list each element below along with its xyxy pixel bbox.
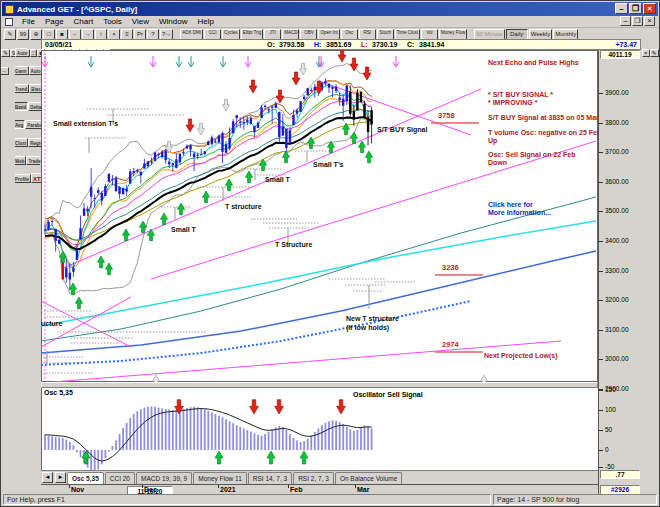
tab-osc-5-35[interactable]: Osc 5,35 <box>67 472 104 484</box>
osc-bar <box>115 440 117 450</box>
toolbar-rsi[interactable]: RSI <box>359 29 376 40</box>
low-value: 3730.19 <box>372 41 397 48</box>
period-monthly[interactable]: Monthly <box>553 29 578 40</box>
menu-view[interactable]: View <box>127 16 154 28</box>
pin-icon[interactable]: ✎ <box>4 29 16 40</box>
lock-page-icon[interactable]: ■ <box>56 29 68 40</box>
osc-bar <box>140 409 142 450</box>
pointer-tool-icon[interactable]: × <box>642 49 650 57</box>
period-weekly[interactable]: Weekly <box>529 29 553 40</box>
delete-page-icon[interactable]: × <box>108 29 120 40</box>
osc-bar <box>197 407 199 450</box>
study-auto-gann[interactable]: Auto Gann <box>15 48 29 75</box>
tab-rsi-2-7-3[interactable]: RSI 2, 7, 3 <box>293 472 334 484</box>
child-close-button[interactable]: × <box>644 16 655 26</box>
zoom-icon[interactable]: ⊕ <box>30 29 42 40</box>
long-term-line-0 <box>41 197 596 341</box>
osc-bar <box>58 437 60 450</box>
toolbar-money-flow[interactable]: Money Flow <box>439 29 467 40</box>
gray-down-arrow-icon <box>299 63 306 75</box>
buy-arrow-icon <box>225 179 232 191</box>
candle-body <box>196 155 198 156</box>
menu-file[interactable]: File <box>17 16 40 28</box>
osc-bar <box>296 440 298 450</box>
quotes-icon[interactable]: 99 <box>17 29 29 40</box>
candle-body <box>289 130 291 142</box>
close-label: C: <box>407 41 414 48</box>
oscillator-title: Osc 5,35 <box>44 389 73 396</box>
toolbar-vol[interactable]: Vol <box>421 29 438 40</box>
toolbar-jti[interactable]: JTI <box>264 29 281 40</box>
left-pin-icon[interactable]: ✎ <box>1 49 10 57</box>
menu-help[interactable]: Help <box>192 16 218 28</box>
annotation-click-here-for[interactable]: Click here for More Information... <box>488 201 551 217</box>
title-bar[interactable]: Advanced GET - [^GSPC, Daily] – ❐ × <box>2 2 658 16</box>
tab-money-flow-11[interactable]: Money Flow 11 <box>193 472 247 484</box>
toolbar-adx-dmi[interactable]: ADX DMI <box>180 29 203 40</box>
open-value: 3793.58 <box>279 41 304 48</box>
oscillator-chart[interactable] <box>41 388 598 470</box>
candle-body <box>271 106 273 107</box>
toolbar-osc[interactable]: Osc <box>341 29 358 40</box>
gray-down-arrow-icon <box>222 99 229 111</box>
maximize-button[interactable]: ❐ <box>629 3 642 14</box>
price-axis[interactable]: 4011.19 .77 #2926 3900.003800.003700.003… <box>598 50 641 496</box>
toolbar-ellipt-trig[interactable]: Ellipt Trig <box>241 29 264 40</box>
tab-cci-20[interactable]: CCI 20 <box>105 472 135 484</box>
tab-on-balance-volume[interactable]: On Balance Volume <box>335 472 402 484</box>
child-restore-button[interactable]: ❐ <box>632 16 643 26</box>
menu-tools[interactable]: Tools <box>98 16 127 28</box>
child-minimize-button[interactable]: – <box>620 16 631 26</box>
candle-body <box>101 193 103 200</box>
oscillator-value-box: .77 <box>600 470 640 479</box>
close-button[interactable]: × <box>643 3 656 14</box>
toolbar-open-int[interactable]: Open Int <box>318 29 339 40</box>
menu-bar: FilePageChartToolsViewWindowHelp – ❐ × <box>2 16 658 28</box>
toolbar-macd[interactable]: MACD <box>282 29 299 40</box>
prev-page-icon[interactable]: ← <box>69 29 81 40</box>
candle-body <box>179 154 181 163</box>
new-page-icon[interactable]: □ <box>43 29 55 40</box>
child-window-icon[interactable] <box>5 18 13 26</box>
osc-bar <box>193 407 195 450</box>
candle-body <box>218 136 220 143</box>
toolbar-obv[interactable]: OBV <box>300 29 317 40</box>
tab-rsi-14-7-3[interactable]: RSI 14, 7, 3 <box>248 472 292 484</box>
menu-page[interactable]: Page <box>40 16 69 28</box>
menu-chart[interactable]: Chart <box>69 16 99 28</box>
page-up-icon[interactable]: ↑ <box>95 29 107 40</box>
tab-macd-19-39-9[interactable]: MACD 19, 39, 9 <box>136 472 192 484</box>
period-60-minute[interactable]: 60 Minute <box>474 29 504 40</box>
osc-bar <box>222 417 224 450</box>
minimize-button[interactable]: – <box>615 3 628 14</box>
quote-info-bar: 03/05/21 O: 3793.58 H: 3851.69 L: 3730.1… <box>41 39 641 50</box>
tab-scroll-left[interactable]: ◄ <box>42 472 53 483</box>
candle-body <box>232 121 234 133</box>
candle-body <box>367 117 369 132</box>
osc-bar <box>73 445 75 450</box>
price-tag-3236: 3236 <box>442 263 459 272</box>
print-icon[interactable]: Pr <box>134 29 146 40</box>
price-label-3100-00: 3100.00 <box>605 326 629 333</box>
pages-icon[interactable]: ≡ <box>121 29 133 40</box>
next-page-icon[interactable]: → <box>82 29 94 40</box>
chart-label-if-low-holds: (If low holds) <box>346 324 389 332</box>
menu-window[interactable]: Window <box>154 16 192 28</box>
osc-axis-label-50: 50 <box>605 426 612 433</box>
toolbar-cycles[interactable]: Cycles <box>222 29 240 40</box>
ma-line-1 <box>45 122 372 240</box>
toolbar-stoch[interactable]: Stoch <box>377 29 394 40</box>
toolbar-cci[interactable]: CCI <box>204 29 221 40</box>
candle-body <box>79 228 81 239</box>
tab-scroll-right[interactable]: ► <box>55 472 66 483</box>
price-tick <box>599 93 603 94</box>
osc-bar <box>129 418 131 450</box>
period-daily[interactable]: Daily <box>506 29 528 40</box>
osc-bar <box>168 410 170 450</box>
osc-bar <box>55 437 57 450</box>
toolbar-time-clust[interactable]: Time Clust <box>395 29 420 40</box>
help-icon[interactable]: ? <box>147 29 159 40</box>
candle-body <box>260 107 262 118</box>
pencil-tool-icon[interactable]: ✎ <box>650 49 659 57</box>
context-help-icon[interactable]: ?→ <box>160 29 173 40</box>
